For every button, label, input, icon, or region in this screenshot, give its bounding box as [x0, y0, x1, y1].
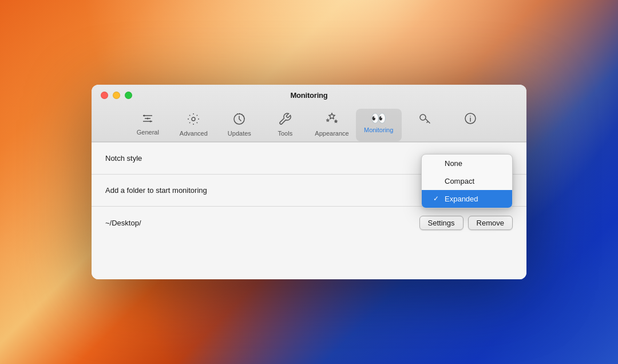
tools-icon [278, 112, 292, 128]
toolbar-item-info[interactable] [447, 109, 493, 141]
titlebar: Monitoring [92, 85, 526, 142]
svg-point-5 [147, 118, 149, 120]
toolbar-advanced-label: Advanced [180, 130, 208, 137]
toolbar-item-monitoring[interactable]: 👀 Monitoring [356, 109, 402, 141]
toolbar-item-appearance[interactable]: Appearance [308, 109, 355, 141]
desktop-folder-controls: Settings Remove [419, 216, 513, 230]
toolbar-updates-label: Updates [228, 130, 251, 137]
general-icon [141, 112, 154, 127]
toolbar-monitoring-label: Monitoring [364, 126, 393, 133]
svg-point-12 [470, 116, 471, 117]
svg-point-7 [192, 117, 195, 121]
advanced-icon [187, 112, 200, 128]
updates-icon [232, 112, 246, 128]
add-folder-label: Add a folder to start monitoring [105, 186, 462, 195]
maximize-button[interactable] [125, 92, 132, 99]
info-icon [464, 112, 477, 127]
compact-option-label: Compact [445, 177, 474, 185]
dropdown-option-compact[interactable]: Compact [422, 172, 512, 190]
window-wrapper: Monitoring [92, 85, 526, 279]
toolbar-tools-label: Tools [278, 130, 292, 137]
notch-style-dropdown[interactable]: None Compact ✓ Expanded [421, 154, 513, 208]
desktop-folder-label: ~/Desktop/ [105, 219, 419, 227]
toolbar-item-key[interactable] [402, 109, 447, 141]
svg-point-9 [420, 114, 426, 120]
appearance-icon [325, 112, 339, 128]
monitoring-icon: 👀 [371, 112, 386, 125]
close-button[interactable] [101, 92, 108, 99]
svg-point-4 [144, 115, 145, 117]
content-area: Notch style None Compact ✓ [92, 142, 526, 279]
notch-style-row: Notch style None Compact ✓ [92, 143, 526, 175]
toolbar-general-label: General [137, 129, 159, 136]
toolbar-item-tools[interactable]: Tools [262, 109, 308, 141]
settings-button[interactable]: Settings [419, 216, 464, 230]
expanded-checkmark: ✓ [433, 195, 441, 203]
toolbar-item-general[interactable]: General [125, 109, 171, 141]
toolbar-item-updates[interactable]: Updates [216, 109, 262, 141]
toolbar-item-advanced[interactable]: Advanced [171, 109, 216, 141]
svg-point-6 [150, 121, 152, 122]
key-icon [418, 112, 431, 127]
dropdown-option-expanded[interactable]: ✓ Expanded [422, 190, 512, 208]
dropdown-option-none[interactable]: None [422, 155, 512, 172]
desktop-folder-row: ~/Desktop/ Settings Remove [92, 207, 526, 239]
remove-button[interactable]: Remove [468, 216, 513, 230]
expanded-option-label: Expanded [445, 195, 478, 203]
toolbar-appearance-label: Appearance [315, 130, 348, 137]
window-title: Monitoring [101, 91, 517, 100]
none-option-label: None [445, 159, 462, 168]
window: Monitoring [92, 85, 526, 279]
toolbar: General Advanced [101, 105, 517, 141]
minimize-button[interactable] [113, 92, 120, 99]
